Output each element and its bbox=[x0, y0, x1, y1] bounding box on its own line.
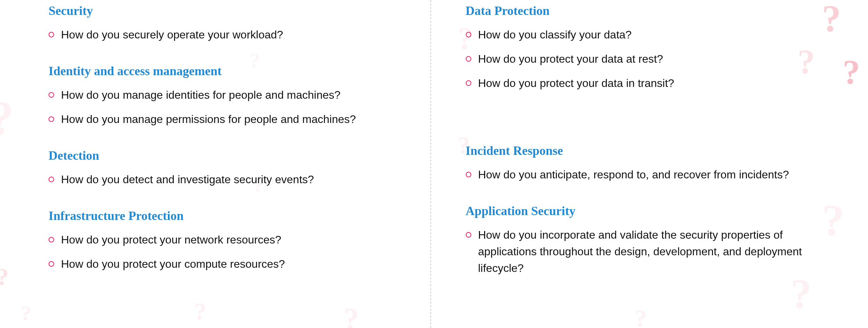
bullet-icon bbox=[49, 92, 54, 98]
question-item: How do you protect your compute resource… bbox=[49, 256, 403, 272]
question-item: How do you securely operate your workloa… bbox=[49, 26, 403, 43]
section: Application SecurityHow do you incorpora… bbox=[466, 204, 820, 276]
section-heading: Data Protection bbox=[466, 3, 820, 18]
section-heading: Application Security bbox=[466, 204, 820, 218]
question-text: How do you anticipate, respond to, and r… bbox=[478, 166, 820, 183]
question-text: How do you protect your network resource… bbox=[61, 231, 403, 248]
question-text: How do you manage permissions for people… bbox=[61, 111, 403, 127]
bullet-icon bbox=[466, 80, 471, 86]
bullet-icon bbox=[49, 32, 54, 37]
question-text: How do you manage identities for people … bbox=[61, 87, 403, 103]
section-heading: Identity and access management bbox=[49, 64, 403, 78]
section: Identity and access managementHow do you… bbox=[49, 64, 403, 127]
section: Incident ResponseHow do you anticipate, … bbox=[466, 143, 820, 183]
bullet-icon bbox=[466, 56, 471, 62]
question-text: How do you protect your data at rest? bbox=[478, 51, 820, 67]
section-spacer bbox=[466, 112, 820, 143]
question-text: How do you protect your data in transit? bbox=[478, 75, 820, 91]
question-item: How do you manage identities for people … bbox=[49, 87, 403, 103]
right-column: Data ProtectionHow do you classify your … bbox=[431, 0, 868, 328]
question-text: How do you securely operate your workloa… bbox=[61, 26, 403, 43]
question-item: How do you incorporate and validate the … bbox=[466, 227, 820, 276]
question-item: How do you anticipate, respond to, and r… bbox=[466, 166, 820, 183]
bullet-icon bbox=[466, 232, 471, 238]
section-heading: Incident Response bbox=[466, 143, 820, 158]
question-item: How do you detect and investigate securi… bbox=[49, 171, 403, 188]
bullet-icon bbox=[49, 237, 54, 242]
section: Infrastructure ProtectionHow do you prot… bbox=[49, 209, 403, 272]
section-heading: Infrastructure Protection bbox=[49, 209, 403, 223]
section-heading: Security bbox=[49, 3, 403, 18]
section: SecurityHow do you securely operate your… bbox=[49, 3, 403, 43]
question-text: How do you incorporate and validate the … bbox=[478, 227, 820, 276]
bullet-icon bbox=[466, 172, 471, 177]
question-text: How do you protect your compute resource… bbox=[61, 256, 403, 272]
content-columns: SecurityHow do you securely operate your… bbox=[0, 0, 868, 328]
question-item: How do you manage permissions for people… bbox=[49, 111, 403, 127]
section-heading: Detection bbox=[49, 148, 403, 163]
question-item: How do you classify your data? bbox=[466, 26, 820, 43]
question-text: How do you classify your data? bbox=[478, 26, 820, 43]
section: Data ProtectionHow do you classify your … bbox=[466, 3, 820, 91]
question-text: How do you detect and investigate securi… bbox=[61, 171, 403, 188]
bullet-icon bbox=[49, 261, 54, 267]
bullet-icon bbox=[49, 116, 54, 122]
section: DetectionHow do you detect and investiga… bbox=[49, 148, 403, 188]
question-item: How do you protect your network resource… bbox=[49, 231, 403, 248]
question-item: How do you protect your data in transit? bbox=[466, 75, 820, 91]
bullet-icon bbox=[49, 177, 54, 182]
left-column: SecurityHow do you securely operate your… bbox=[0, 0, 430, 328]
bullet-icon bbox=[466, 32, 471, 37]
question-item: How do you protect your data at rest? bbox=[466, 51, 820, 67]
